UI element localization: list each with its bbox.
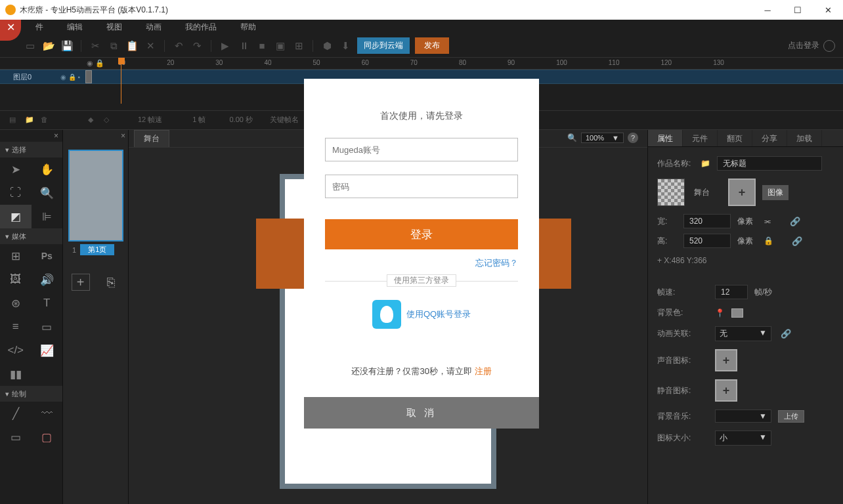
register-text: 还没有注册？仅需30秒，请立即	[351, 366, 474, 376]
username-input[interactable]	[325, 138, 518, 161]
login-button[interactable]: 登录	[325, 219, 518, 249]
login-modal: 首次使用，请先登录 登录 忘记密码？ 使用第三方登录 使用QQ账号登录 还没有注…	[304, 79, 539, 429]
qq-icon[interactable]	[372, 300, 401, 329]
register-link[interactable]: 注册	[475, 366, 492, 376]
password-input[interactable]	[325, 175, 518, 198]
third-party-label: 使用第三方登录	[387, 274, 456, 287]
cancel-button[interactable]: 取 消	[304, 397, 539, 429]
modal-title: 首次使用，请先登录	[325, 110, 518, 122]
qq-login-link[interactable]: 使用QQ账号登录	[406, 308, 471, 320]
login-modal-overlay: 首次使用，请先登录 登录 忘记密码？ 使用第三方登录 使用QQ账号登录 还没有注…	[0, 0, 843, 504]
forgot-password-link[interactable]: 忘记密码？	[475, 258, 518, 268]
